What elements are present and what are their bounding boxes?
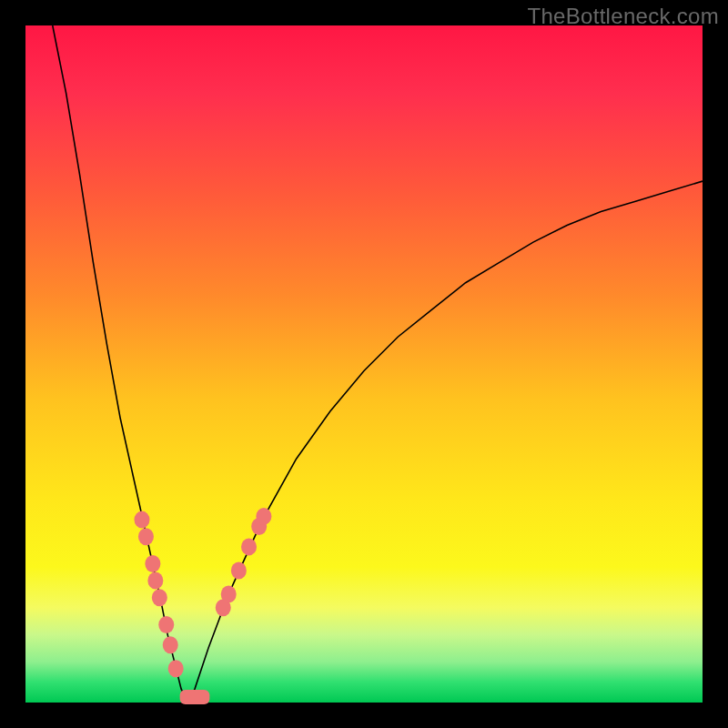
data-dot <box>241 538 257 555</box>
watermark-text: TheBottleneck.com <box>527 4 719 29</box>
curve-left-branch <box>53 25 188 703</box>
data-dot <box>256 508 271 525</box>
data-dot <box>158 616 174 633</box>
data-dot <box>147 572 163 590</box>
data-dot <box>231 561 247 579</box>
data-dot <box>134 511 149 529</box>
data-dot <box>168 660 184 677</box>
curve-right-branch <box>188 181 703 703</box>
bottleneck-curve-plot <box>25 25 703 703</box>
chart-gradient-frame <box>25 25 703 703</box>
data-dot <box>152 589 167 606</box>
data-dots-left <box>134 511 183 678</box>
data-dot <box>163 636 178 653</box>
bottom-pill-marker <box>180 690 210 704</box>
data-dot <box>221 585 237 602</box>
data-dot <box>138 528 154 545</box>
data-dot <box>145 555 160 572</box>
